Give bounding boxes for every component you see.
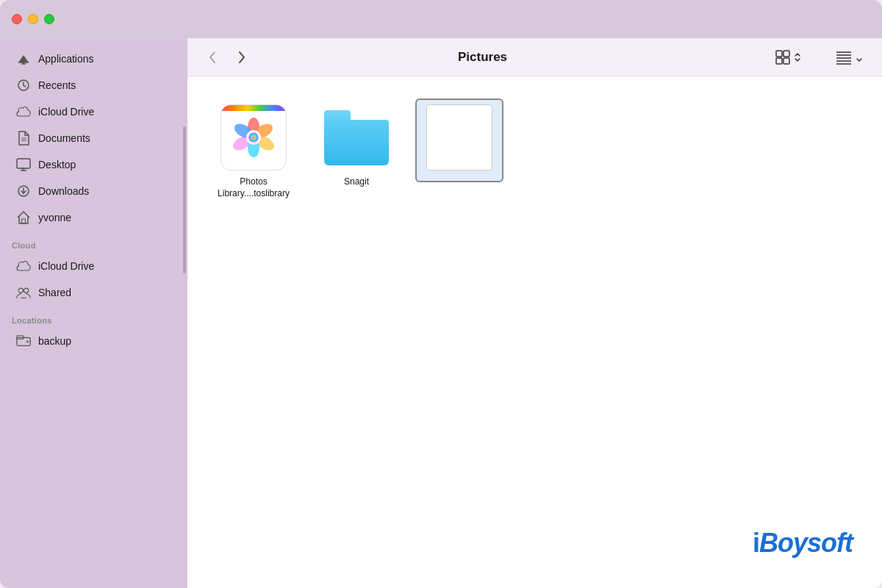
sidebar-item-yvonne[interactable]: yvonne: [4, 205, 183, 230]
sidebar-item-downloads[interactable]: Downloads: [4, 179, 183, 204]
list-view-button[interactable]: [832, 47, 867, 68]
downloads-label: Downloads: [38, 185, 89, 197]
close-button[interactable]: [12, 14, 22, 24]
icloud-label: iCloud Drive: [38, 106, 94, 118]
svg-point-18: [26, 341, 29, 343]
svg-point-13: [18, 288, 23, 293]
downloads-icon: [16, 184, 31, 198]
recents-icon: [16, 78, 31, 93]
main-layout: Applications Recents iCloud Drive: [0, 38, 882, 588]
grid-view-button[interactable]: [772, 46, 806, 68]
svg-rect-19: [776, 51, 782, 57]
home-icon: [16, 210, 31, 225]
shared-label: Shared: [38, 287, 71, 298]
desktop-label: Desktop: [38, 159, 76, 171]
snagit-name: Snagit: [344, 176, 369, 188]
sidebar-item-applications[interactable]: Applications: [4, 46, 183, 71]
maximize-button[interactable]: [44, 14, 54, 24]
drive-icon: [16, 334, 31, 348]
toolbar-title: Pictures: [202, 50, 763, 65]
photos-library-icon: [220, 104, 287, 171]
svg-rect-21: [776, 58, 782, 64]
photos-library-name: Photos Library....toslibrary: [215, 176, 292, 199]
svg-rect-6: [17, 159, 30, 168]
file-item-unknown[interactable]: [415, 98, 503, 182]
icloud2-icon: [16, 259, 31, 273]
icloud2-label: iCloud Drive: [38, 260, 94, 272]
svg-rect-20: [784, 51, 789, 57]
sidebar-item-desktop[interactable]: Desktop: [4, 152, 183, 177]
file-item-snagit[interactable]: Snagit: [312, 98, 401, 194]
applications-icon: [16, 51, 31, 66]
traffic-lights: [12, 14, 54, 24]
svg-point-14: [24, 288, 28, 293]
blank-icon: [426, 104, 492, 171]
file-grid: Photos Library....toslibrary Snagit: [209, 98, 860, 205]
documents-icon: [16, 131, 31, 146]
shared-icon: [16, 285, 31, 300]
sidebar-item-icloud2[interactable]: iCloud Drive: [4, 254, 183, 279]
svg-rect-12: [22, 219, 26, 223]
desktop-icon: [16, 157, 31, 172]
toolbar: Pictures: [187, 38, 882, 76]
backup-label: backup: [38, 335, 71, 347]
recents-label: Recents: [38, 79, 76, 91]
applications-label: Applications: [38, 53, 94, 65]
sidebar-item-shared[interactable]: Shared: [4, 280, 183, 305]
icloud-icon: [16, 104, 31, 119]
sidebar-scrollbar[interactable]: [183, 126, 186, 273]
sidebar-item-icloud[interactable]: iCloud Drive: [4, 99, 183, 124]
sidebar-item-backup[interactable]: backup: [4, 329, 183, 354]
file-item-photos-library[interactable]: Photos Library....toslibrary: [209, 98, 298, 205]
sidebar-item-recents[interactable]: Recents: [4, 73, 183, 98]
titlebar: [0, 0, 882, 38]
snagit-icon: [323, 104, 390, 171]
watermark-text: iBoysoft: [753, 528, 853, 558]
cloud-section-label: Cloud: [0, 231, 187, 253]
documents-label: Documents: [38, 132, 90, 144]
sidebar: Applications Recents iCloud Drive: [0, 38, 187, 588]
toolbar-right: [772, 46, 867, 68]
sidebar-item-documents[interactable]: Documents: [4, 126, 183, 151]
minimize-button[interactable]: [28, 14, 38, 24]
svg-point-35: [248, 132, 259, 143]
svg-rect-22: [784, 58, 789, 64]
yvonne-label: yvonne: [38, 212, 71, 223]
watermark: iBoysoft: [753, 528, 853, 559]
locations-section-label: Locations: [0, 306, 187, 328]
content-area: Photos Library....toslibrary Snagit: [187, 76, 882, 588]
